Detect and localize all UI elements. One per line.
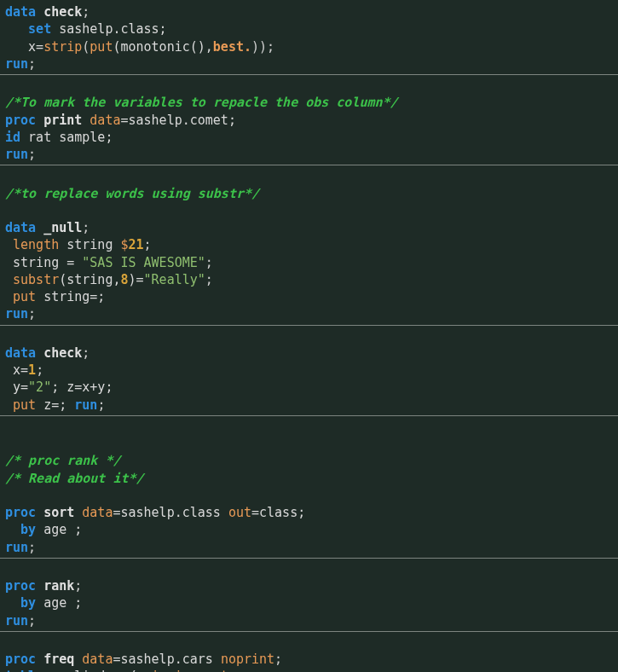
comment: /*To mark the variables to repacle the o…	[5, 95, 398, 110]
string-literal: "2"	[28, 379, 51, 395]
option-out: out	[205, 669, 228, 672]
proc-name: sort	[36, 505, 74, 520]
code-line: data _null;	[0, 219, 618, 236]
code-line: set sashelp.class;	[0, 20, 618, 38]
code-line: id rat sample;	[0, 129, 618, 146]
option-data: data	[74, 505, 113, 520]
dataset-name: check	[36, 345, 82, 361]
comment: /* proc rank */	[5, 453, 120, 468]
function-strip: strip	[43, 39, 82, 55]
keyword-run: run	[5, 147, 28, 162]
proc-name: freq	[36, 652, 74, 667]
format-best: best.	[213, 39, 251, 55]
comment-line: /* Read about it*/	[0, 470, 618, 487]
code-line: x=strip(put(monotonic(),best.));	[0, 38, 618, 55]
keyword-run: run	[5, 540, 28, 555]
blank-line	[0, 167, 618, 184]
keyword-by: by	[5, 522, 36, 537]
identifier: x=	[5, 39, 43, 55]
code-line: x=1;	[0, 362, 618, 379]
code-line: by age ;	[0, 594, 618, 611]
divider	[0, 74, 618, 75]
code-line: run;	[0, 305, 618, 322]
keyword-put: put	[5, 397, 36, 413]
code-line: proc freq data=sashelp.cars noprint;	[0, 651, 618, 668]
keyword-run: run	[5, 613, 28, 629]
code-line: by age ;	[0, 521, 618, 538]
dataset-name: _null	[36, 220, 82, 235]
code-line: substr(string,8)="Really";	[0, 271, 618, 288]
blank-line	[0, 487, 618, 504]
blank-line	[0, 634, 618, 651]
option-out: out	[228, 505, 251, 520]
code-line: tables cylinders/ missing out=sascars;	[0, 668, 618, 672]
blank-line	[0, 560, 618, 577]
option-noprint: noprint	[221, 652, 274, 667]
blank-line	[0, 418, 618, 435]
keyword-run: run	[5, 56, 28, 72]
code-line: proc print data=sashelp.comet;	[0, 112, 618, 129]
dataset-name: check	[36, 4, 82, 20]
comment-line: /*to replace words using substr*/	[0, 185, 618, 202]
code-line: string = "SAS IS AWESOME";	[0, 254, 618, 271]
keyword-by: by	[5, 595, 36, 611]
code-line: put z=; run;	[0, 397, 618, 414]
blank-line	[0, 202, 618, 219]
code-line: y="2"; z=x+y;	[0, 379, 618, 396]
blank-line	[0, 77, 618, 94]
keyword-run: run	[5, 306, 28, 322]
blank-line	[0, 435, 618, 452]
keyword-data: data	[5, 220, 36, 235]
semicolon: ;	[82, 4, 90, 20]
code-line: length string $21;	[0, 236, 618, 253]
keyword-data: data	[5, 345, 36, 361]
option-data: data	[74, 652, 113, 667]
proc-name: print	[36, 113, 82, 128]
keyword-proc: proc	[5, 578, 36, 594]
code-line: run;	[0, 539, 618, 556]
divider	[0, 165, 618, 165]
keyword-tables: tables	[5, 669, 51, 672]
blank-line	[0, 327, 618, 345]
string-literal: "SAS IS AWESOME"	[82, 255, 205, 270]
number: 21	[129, 237, 144, 252]
keyword-proc: proc	[5, 505, 36, 520]
keyword-put: put	[5, 289, 36, 304]
code-editor: data check; set sashelp.class; x=strip(p…	[0, 0, 618, 672]
code-line: proc rank;	[0, 577, 618, 594]
code-line: run;	[0, 612, 618, 629]
number: 1	[28, 362, 36, 378]
identifier: sashelp.class;	[51, 21, 166, 37]
keyword-run: run	[74, 397, 97, 413]
option-missing: missing	[144, 669, 198, 672]
keyword-data: data	[5, 4, 36, 20]
keyword-length: length	[5, 237, 59, 252]
function-substr: substr	[5, 272, 59, 287]
divider	[0, 631, 618, 632]
comment: /*to replace words using substr*/	[5, 186, 259, 201]
comment-line: /* proc rank */	[0, 452, 618, 469]
comment: /* Read about it*/	[5, 471, 144, 486]
number: 8	[120, 272, 128, 287]
keyword-id: id	[5, 130, 20, 145]
code-line: proc sort data=sashelp.class out=class;	[0, 504, 618, 521]
divider	[0, 415, 618, 416]
code-line: put string=;	[0, 288, 618, 305]
keyword-set: set	[5, 21, 51, 37]
proc-name: rank	[36, 578, 74, 594]
code-line: data check;	[0, 345, 618, 362]
code-line: run;	[0, 146, 618, 163]
code-line: data check;	[0, 3, 618, 20]
keyword-proc: proc	[5, 113, 36, 128]
string-literal: "Really"	[144, 272, 205, 287]
function-put: put	[90, 39, 113, 55]
option-data: data	[82, 113, 120, 128]
divider	[0, 325, 618, 326]
keyword-proc: proc	[5, 652, 36, 667]
comment-line: /*To mark the variables to repacle the o…	[0, 94, 618, 111]
code-line: run;	[0, 55, 618, 72]
divider	[0, 558, 618, 559]
